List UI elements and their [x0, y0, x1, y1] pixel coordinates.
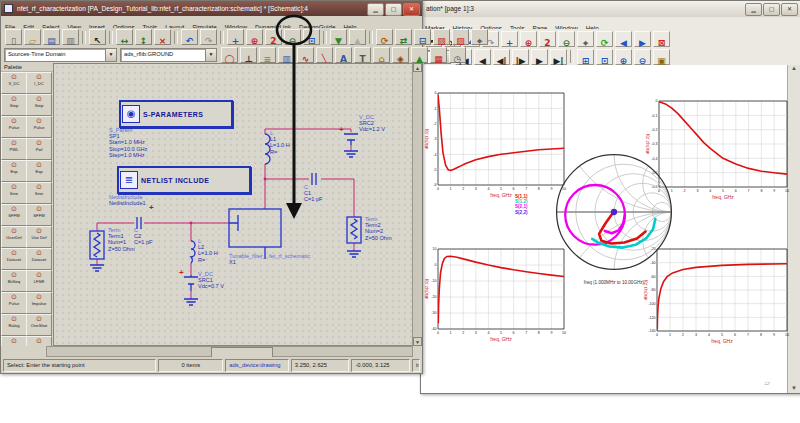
restore-button[interactable]: ▨	[452, 29, 469, 45]
close-button[interactable]: ✕	[781, 3, 798, 16]
palette-item-dataset[interactable]: ⊙Dataset	[1, 248, 27, 270]
netlist-include-block[interactable]: ≣ NETLIST INCLUDE	[117, 166, 251, 194]
back-button[interactable]: ◀	[615, 31, 632, 47]
vtest-button[interactable]: ▲	[411, 47, 428, 63]
hierarchy-button[interactable]: ⊟	[414, 29, 431, 45]
zoom-point-button[interactable]: ⊕	[520, 31, 537, 47]
palette-item-dataset[interactable]: ⊙Dataset	[26, 248, 52, 270]
zoom-magnifier-button[interactable]: ⌖	[471, 29, 488, 45]
maximize-button[interactable]: ▢	[385, 3, 402, 16]
refresh-button[interactable]: ⟳	[596, 31, 613, 47]
palette-item-pwl[interactable]: ⊙Pwl	[26, 138, 52, 160]
zoom-in-x2-button[interactable]: 2	[539, 31, 556, 47]
palette-item-v-dc[interactable]: ⊙V_DC	[1, 72, 27, 94]
palette-item-oneshot[interactable]: ⊙OneShot	[26, 314, 52, 336]
palette-item-step[interactable]: ⊙Step	[26, 94, 52, 116]
palette-item-clkjitter[interactable]: ⊙ClkJitter	[1, 336, 27, 346]
fit-horizontal-button[interactable]: ↔	[116, 29, 133, 45]
palette-item-step[interactable]: ⊙Step	[1, 94, 27, 116]
palette-item-userdef[interactable]: ⊙UserDef	[1, 226, 27, 248]
canvas-hscrollbar[interactable]	[46, 346, 413, 357]
palette-item-sffm[interactable]: ⊙SFFM	[1, 204, 27, 226]
text-button[interactable]: T	[354, 47, 371, 63]
view-out-button[interactable]: ⊖	[634, 49, 651, 65]
wire-button[interactable]: ╲	[316, 47, 333, 63]
display-template-button[interactable]: ▥	[278, 47, 295, 63]
close-window-button[interactable]: ⊠	[653, 31, 670, 47]
zoom-out-x2-button[interactable]: ⊖	[284, 29, 301, 45]
r-l-button[interactable]: ∿	[297, 47, 314, 63]
canvas-vscrollbar[interactable]: ▲▼	[412, 63, 422, 346]
max-button[interactable]: ▦	[430, 47, 447, 63]
zoom-out-button[interactable]: ⊖	[558, 31, 575, 47]
library-button[interactable]: ⌂	[373, 47, 390, 63]
page-setup-button[interactable]: ▣	[653, 49, 670, 65]
page-prev2-button[interactable]: ◀|	[493, 49, 510, 65]
redo-button[interactable]: ↷	[200, 29, 217, 45]
palette-item-exp[interactable]: ⊙Exp	[1, 160, 27, 182]
palette-item-i-dc[interactable]: ⊙I_DC	[26, 72, 52, 94]
new-design-button[interactable]: ▯	[5, 29, 22, 45]
view-all-button[interactable]: ⊞	[577, 49, 594, 65]
pointer-button[interactable]: ↖	[89, 29, 106, 45]
palette-item-pulse[interactable]: ⊙Pulse	[1, 116, 27, 138]
palette-item-pulse[interactable]: ⊙Pulse	[1, 292, 27, 314]
s-parameters-block[interactable]: ◉ S-PARAMETERS	[119, 100, 233, 128]
close-button[interactable]: ✕	[403, 3, 420, 16]
palette-item-lfsr[interactable]: ⊙LFSR	[26, 270, 52, 292]
open-design-button[interactable]: ▱	[24, 29, 41, 45]
palette-item-exp[interactable]: ⊙Exp	[26, 160, 52, 182]
source-symbol-icon: ⊙	[27, 337, 51, 345]
clock-button[interactable]: ◷	[449, 47, 466, 63]
page-next2-button[interactable]: |▶	[512, 49, 529, 65]
fit-vertical-button[interactable]: ↕	[135, 29, 152, 45]
rotate-button[interactable]: ⟳	[376, 29, 393, 45]
rotate-icon: ⟳	[381, 36, 389, 46]
zoom-point-button[interactable]: ⊕	[246, 29, 263, 45]
port-button[interactable]: ◯	[221, 47, 238, 63]
refresh-icon: ⟳	[601, 38, 609, 48]
palette-item-sine[interactable]: ⊙Sine	[1, 182, 27, 204]
component-history-dropdown[interactable]: ads_rflib:GROUND ▼	[120, 48, 217, 62]
zoom-in-x2-button[interactable]: 2	[265, 29, 282, 45]
palette-item-sffm[interactable]: ⊙SFFM	[26, 204, 52, 226]
view-in-button[interactable]: ⊕	[615, 49, 632, 65]
schematic-canvas[interactable]	[53, 63, 413, 346]
var-button[interactable]: ≡	[259, 47, 276, 63]
page-next-button[interactable]: ▶	[531, 49, 548, 65]
palette-item-vtprbs[interactable]: ⊙VtPRBS	[26, 336, 52, 346]
page-last-button[interactable]: ▶|	[550, 49, 567, 65]
zoom-area-button[interactable]: ⌖	[577, 31, 594, 47]
minimize-button[interactable]: ▁	[745, 3, 762, 16]
mirror-button[interactable]: ⇄	[395, 29, 412, 45]
palette-item-ralog[interactable]: ⊙Ralog	[1, 314, 27, 336]
palette-item-impulse[interactable]: ⊙Impulse	[26, 292, 52, 314]
page-prev-button[interactable]: ◀	[474, 49, 491, 65]
deactivate-button[interactable]: ▧	[433, 29, 450, 45]
forward-button[interactable]: ▶	[634, 31, 651, 47]
ground-button[interactable]: ⊥	[240, 47, 257, 63]
data-display-titlebar[interactable]: ation* [page 1]:3 ▁ ▢ ✕	[421, 1, 800, 18]
view-area-button[interactable]: ⊡	[596, 49, 613, 65]
pan-button[interactable]: +	[227, 29, 244, 45]
svg-text:-2: -2	[433, 122, 436, 126]
palette-item-pulse[interactable]: ⊙Pulse	[26, 116, 52, 138]
simulate-button[interactable]: ▼	[330, 29, 347, 45]
wire-label-button[interactable]: A	[335, 47, 352, 63]
zoom-area-button[interactable]: ⊡	[303, 29, 320, 45]
schematic-titlebar[interactable]: nfet_rf_characterization [PA_Design_Tuto…	[1, 1, 422, 16]
palette-category-dropdown[interactable]: Sources-Time Domain ▼	[4, 48, 117, 62]
undo-button[interactable]: ↶	[181, 29, 198, 45]
pan-button[interactable]: +	[501, 31, 518, 47]
print-button[interactable]: ▥	[62, 29, 79, 45]
palette-item-sine[interactable]: ⊙Sine	[26, 182, 52, 204]
maximize-button[interactable]: ▢	[763, 3, 780, 16]
minimize-button[interactable]: ▁	[367, 3, 384, 16]
delete-button[interactable]: ×	[154, 29, 171, 45]
save-design-button[interactable]: ▤	[43, 29, 60, 45]
palette-item-bitseq[interactable]: ⊙BitSeq	[1, 270, 27, 292]
palette-item-pwl[interactable]: ⊙PWL	[1, 138, 27, 160]
palette-button[interactable]: ◈	[392, 47, 409, 63]
stop-simulation-button[interactable]: ▲	[349, 29, 366, 45]
palette-item-use-def[interactable]: ⊙Use Def	[26, 226, 52, 248]
